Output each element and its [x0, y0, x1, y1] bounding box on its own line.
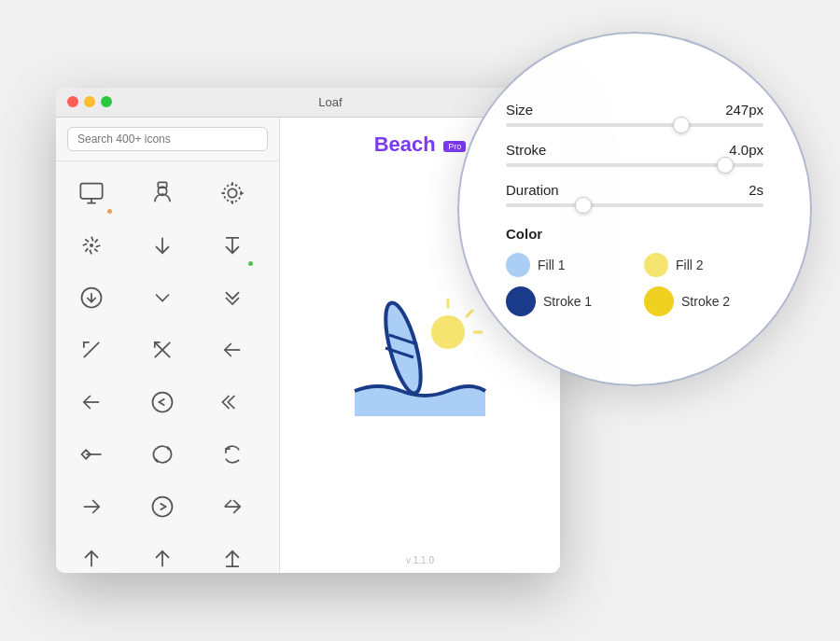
color-grid: Fill 1 Fill 2 Stroke 1 Stroke 2 — [506, 253, 763, 316]
svg-point-7 — [91, 244, 92, 245]
fill2-label: Fill 2 — [676, 258, 704, 272]
list-item[interactable] — [134, 273, 190, 322]
list-item[interactable] — [63, 326, 119, 374]
list-item[interactable] — [63, 378, 119, 426]
fill2-item: Fill 2 — [644, 253, 763, 277]
color-section: Color Fill 1 Fill 2 Stroke 1 — [506, 226, 763, 316]
size-value: 247px — [725, 102, 763, 118]
stroke1-label: Stroke 1 — [543, 294, 592, 309]
list-item[interactable] — [63, 169, 119, 217]
svg-point-18 — [152, 392, 172, 411]
stroke2-swatch[interactable] — [644, 286, 674, 316]
list-item[interactable] — [63, 273, 119, 322]
list-item[interactable] — [134, 326, 190, 374]
controls-panel: Size 247px Stroke 4.0px Duration 2s — [457, 32, 812, 386]
stroke-label: Stroke — [506, 142, 546, 158]
list-item[interactable] — [134, 482, 190, 531]
list-item[interactable] — [204, 326, 260, 374]
list-item[interactable] — [204, 378, 260, 426]
list-item[interactable] — [204, 535, 260, 573]
list-item[interactable] — [63, 221, 119, 270]
search-input[interactable] — [67, 127, 268, 151]
beach-icon — [336, 281, 504, 430]
list-item[interactable] — [63, 482, 119, 531]
list-item[interactable] — [204, 482, 260, 531]
svg-point-5 — [229, 188, 237, 197]
close-button[interactable] — [67, 96, 78, 107]
icon-title: Beach — [374, 132, 436, 156]
fill2-swatch[interactable] — [644, 253, 668, 277]
search-bar — [56, 118, 279, 161]
sidebar — [56, 118, 280, 573]
traffic-lights — [67, 96, 112, 107]
fill1-label: Fill 1 — [538, 258, 566, 272]
list-item[interactable] — [63, 535, 119, 573]
list-item[interactable] — [204, 169, 260, 217]
stroke1-swatch[interactable] — [506, 286, 536, 316]
version-label: v 1.1.0 — [399, 548, 441, 573]
pro-badge: Pro — [443, 141, 466, 152]
window-title: Loaf — [112, 95, 549, 109]
stroke-slider-track[interactable] — [506, 163, 763, 167]
svg-rect-0 — [80, 183, 102, 198]
stroke2-label: Stroke 2 — [681, 294, 730, 309]
svg-point-30 — [431, 315, 465, 349]
svg-rect-4 — [158, 182, 166, 188]
svg-point-6 — [224, 184, 242, 202]
list-item[interactable] — [204, 273, 260, 322]
duration-value: 2s — [749, 182, 763, 198]
list-item[interactable] — [134, 535, 190, 573]
list-item[interactable] — [204, 221, 260, 270]
duration-label: Duration — [506, 182, 559, 198]
duration-slider-track[interactable] — [506, 203, 763, 207]
stroke-slider-thumb[interactable] — [717, 157, 734, 174]
svg-point-21 — [152, 496, 172, 516]
fill1-item: Fill 1 — [506, 253, 625, 277]
list-item[interactable] — [134, 378, 190, 426]
svg-line-13 — [84, 341, 99, 356]
minimize-button[interactable] — [84, 96, 95, 107]
color-section-title: Color — [506, 226, 763, 242]
stroke-control: Stroke 4.0px — [506, 142, 763, 167]
list-item[interactable] — [63, 430, 119, 479]
size-control: Size 247px — [506, 102, 763, 127]
list-item[interactable] — [134, 169, 190, 217]
fullscreen-button[interactable] — [101, 96, 112, 107]
icon-grid — [56, 161, 279, 573]
size-label: Size — [506, 102, 533, 118]
stroke-value: 4.0px — [729, 142, 763, 158]
duration-slider-thumb[interactable] — [575, 197, 592, 214]
fill1-swatch[interactable] — [506, 253, 530, 277]
list-item[interactable] — [134, 430, 190, 479]
stroke2-item: Stroke 2 — [644, 286, 763, 316]
stroke1-item: Stroke 1 — [506, 286, 625, 316]
duration-control: Duration 2s — [506, 182, 763, 207]
list-item[interactable] — [204, 430, 260, 479]
size-slider-thumb[interactable] — [673, 117, 690, 133]
svg-line-32 — [467, 311, 472, 316]
size-slider-track[interactable] — [506, 123, 763, 127]
list-item[interactable] — [134, 221, 190, 270]
